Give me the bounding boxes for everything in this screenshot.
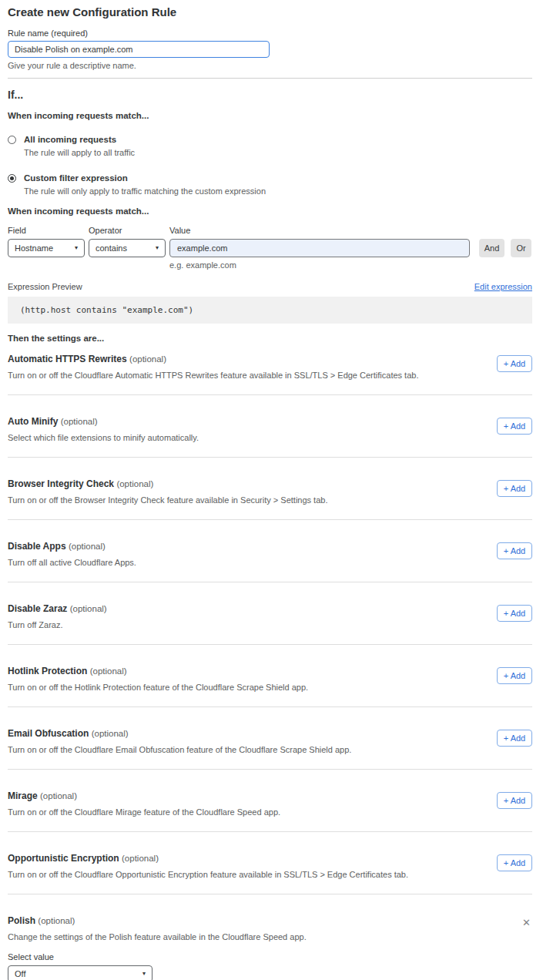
add-button[interactable]: + Add [497, 418, 532, 435]
setting-item-browser-integrity-check: Browser Integrity Check (optional) Turn … [8, 458, 532, 520]
polish-select-value: Off [15, 969, 25, 978]
setting-item-automatic-https-rewrites: Automatic HTTPS Rewrites (optional) Turn… [8, 344, 532, 395]
optional-tag: (optional) [70, 604, 107, 613]
optional-tag: (optional) [90, 666, 127, 676]
add-button[interactable]: + Add [497, 605, 532, 622]
setting-description: Change the settings of the Polish featur… [8, 932, 307, 942]
setting-title: Mirage (optional) [8, 790, 280, 802]
optional-tag: (optional) [38, 916, 75, 925]
optional-tag: (optional) [129, 354, 166, 364]
setting-title: Auto Minify (optional) [8, 416, 199, 428]
field-select-value: Hostname [15, 243, 53, 253]
rule-name-label: Rule name (required) [8, 28, 532, 39]
setting-item-hotlink-protection: Hotlink Protection (optional) Turn on or… [8, 645, 532, 707]
and-button[interactable]: And [479, 239, 504, 257]
value-input[interactable] [169, 239, 470, 257]
radio-option-custom-filter[interactable]: Custom filter expression The rule will o… [8, 173, 532, 196]
incoming-requests-match-label: When incoming requests match... [8, 111, 532, 121]
setting-title: Browser Integrity Check (optional) [8, 478, 327, 490]
chevron-down-icon: ▾ [75, 245, 78, 251]
setting-description: Turn off all active Cloudflare Apps. [8, 558, 136, 568]
then-settings-label: Then the settings are... [8, 334, 532, 344]
setting-item-polish: Polish (optional) Change the settings of… [8, 894, 532, 980]
polish-value-select[interactable]: Off ▾ [8, 965, 153, 980]
edit-expression-link[interactable]: Edit expression [474, 282, 532, 291]
setting-description: Turn on or off the Browser Integrity Che… [8, 495, 327, 505]
setting-description: Turn off Zaraz. [8, 620, 107, 630]
or-button[interactable]: Or [511, 239, 531, 257]
field-label: Field [8, 225, 89, 236]
chevron-down-icon: ▾ [156, 245, 159, 251]
radio-description: The rule will only apply to traffic matc… [24, 186, 532, 196]
incoming-requests-match-label-2: When incoming requests match... [8, 206, 532, 216]
operator-select[interactable]: contains ▾ [89, 239, 166, 257]
add-button[interactable]: + Add [497, 542, 532, 559]
setting-title: Opportunistic Encryption (optional) [8, 853, 408, 864]
radio-label: Custom filter expression [24, 173, 128, 183]
create-configuration-rule-page: Create new Configuration Rule Rule name … [0, 0, 543, 980]
expression-preview-code: (http.host contains "example.com") [8, 297, 532, 324]
optional-tag: (optional) [92, 729, 129, 738]
add-button[interactable]: + Add [497, 730, 532, 747]
optional-tag: (optional) [116, 479, 153, 488]
optional-tag: (optional) [40, 791, 77, 800]
setting-description: Turn on or off the Cloudflare Automatic … [8, 371, 418, 381]
operator-select-value: contains [96, 243, 127, 253]
setting-item-auto-minify: Auto Minify (optional) Select which file… [8, 395, 532, 458]
select-value-label: Select value [8, 951, 307, 962]
setting-description: Turn on or off the Cloudflare Opportunis… [8, 870, 408, 880]
radio-label: All incoming requests [24, 134, 116, 145]
field-select[interactable]: Hostname ▾ [8, 239, 85, 257]
setting-item-email-obfuscation: Email Obfuscation (optional) Turn on or … [8, 707, 532, 770]
setting-description: Turn on or off the Hotlink Protection fe… [8, 683, 308, 693]
setting-description: Turn on or off the Cloudflare Email Obfu… [8, 745, 351, 755]
optional-tag: (optional) [122, 854, 159, 863]
setting-title: Polish (optional) [8, 915, 307, 927]
setting-item-mirage: Mirage (optional) Turn on or off the Clo… [8, 770, 532, 832]
setting-description: Turn on or off the Cloudflare Mirage fea… [8, 807, 280, 817]
add-button[interactable]: + Add [497, 792, 532, 809]
setting-title: Disable Apps (optional) [8, 541, 136, 552]
add-button[interactable]: + Add [497, 854, 532, 871]
radio-checked-icon[interactable] [8, 174, 16, 183]
add-button[interactable]: + Add [497, 667, 532, 684]
page-title: Create new Configuration Rule [8, 6, 532, 18]
radio-option-all-incoming[interactable]: All incoming requests The rule will appl… [8, 134, 532, 158]
operator-label: Operator [89, 225, 169, 236]
value-label: Value [169, 225, 190, 236]
setting-item-disable-apps: Disable Apps (optional) Turn off all act… [8, 520, 532, 582]
setting-item-opportunistic-encryption: Opportunistic Encryption (optional) Turn… [8, 832, 532, 894]
setting-description: Select which file extensions to minify a… [8, 433, 199, 443]
expression-preview-label: Expression Preview [8, 282, 82, 291]
setting-title: Email Obfuscation (optional) [8, 728, 351, 740]
chevron-down-icon: ▾ [142, 971, 146, 977]
setting-title: Hotlink Protection (optional) [8, 666, 308, 677]
if-heading: If... [8, 89, 532, 101]
rule-name-input[interactable] [8, 41, 270, 58]
rule-name-helper: Give your rule a descriptive name. [8, 61, 532, 71]
setting-title: Disable Zaraz (optional) [8, 603, 107, 615]
section-divider [8, 78, 532, 79]
setting-item-disable-zaraz: Disable Zaraz (optional) Turn off Zaraz.… [8, 582, 532, 645]
close-icon[interactable]: ✕ [521, 918, 532, 928]
radio-unchecked-icon[interactable] [8, 136, 16, 144]
add-button[interactable]: + Add [497, 480, 532, 497]
add-button[interactable]: + Add [497, 355, 532, 372]
setting-title: Automatic HTTPS Rewrites (optional) [8, 354, 418, 365]
optional-tag: (optional) [61, 417, 98, 426]
radio-description: The rule will apply to all traffic [24, 148, 532, 158]
value-helper: e.g. example.com [169, 260, 532, 270]
optional-tag: (optional) [69, 542, 106, 551]
